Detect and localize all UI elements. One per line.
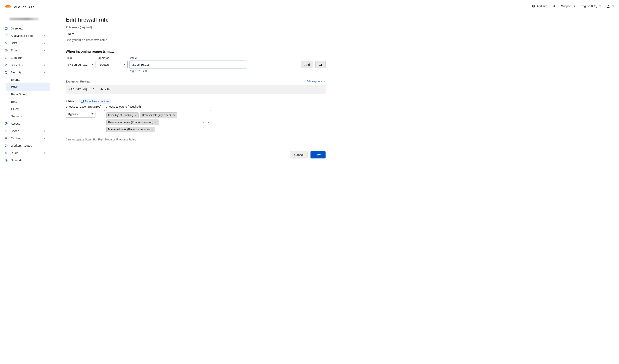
sidebar-item-label: Events [11,78,20,81]
action-select[interactable]: Bypass [66,110,96,118]
chevron-down-icon: ▼ [43,42,46,44]
sidebar: ← Overview Analytics & Logs▼ DNS▼ Email▼… [0,12,50,364]
logo-text: CLOUDFLARE [14,6,35,9]
support-menu[interactable]: Support [561,4,576,8]
sidebar-item-label: Security [11,71,21,74]
chevron-down-icon: ▼ [43,64,46,66]
sidebar-item-label: Page Shield [11,93,27,96]
about-actions-label: About firewall actions [85,100,109,103]
about-actions-link[interactable]: About firewall actions [79,99,111,104]
back-button[interactable]: ← [2,17,6,21]
email-icon [4,49,8,52]
svg-rect-14 [5,137,7,138]
sidebar-item-workers[interactable]: Workers Routes [0,142,50,149]
spectrum-icon [4,56,8,59]
sidebar-item-security[interactable]: Security▼ [0,69,50,76]
sidebar-item-label: Spectrum [11,56,23,59]
remove-tag-icon[interactable]: ✕ [173,114,175,117]
svg-point-13 [6,123,7,124]
save-button[interactable]: Save [310,151,325,159]
dns-icon [4,41,8,45]
sidebar-sub-bots[interactable]: Bots [0,98,50,105]
sidebar-item-label: Network [11,159,22,162]
add-site-button[interactable]: Add site [532,4,547,8]
svg-point-18 [6,153,6,154]
sidebar-item-label: WAF [11,85,18,89]
network-icon [4,159,8,162]
operator-label: Operator [98,56,127,60]
match-section-title: When incoming requests match... [66,50,325,54]
feature-multiselect[interactable]: User Agent Blocking✕ Browser Integrity C… [104,110,211,134]
site-name-redacted [10,18,39,20]
sidebar-item-spectrum[interactable]: Spectrum [0,54,50,61]
svg-rect-15 [5,138,7,139]
chevron-down-icon[interactable] [207,122,209,123]
sidebar-item-label: Analytics & Logs [11,34,33,37]
sidebar-item-rules[interactable]: Rules▼ [0,149,50,157]
sidebar-item-label: DNS [11,41,17,45]
account-menu[interactable] [606,4,614,8]
feature-tag-label: Managed rules (Previous version) [108,128,150,131]
rule-name-label: Rule name (required) [66,26,325,29]
value-input[interactable] [130,61,246,68]
svg-point-17 [6,152,7,153]
chevron-down-icon [599,6,601,7]
remove-tag-icon[interactable]: ✕ [151,128,153,131]
main-content: Edit firewall rule Rule name (required) … [50,12,334,364]
sidebar-sub-settings[interactable]: Settings [0,113,50,120]
divider [66,45,325,45]
sidebar-item-caching[interactable]: Caching▼ [0,135,50,142]
choose-action-label: Choose an action (Required) [66,105,104,108]
clear-all-icon[interactable]: ✕ [202,121,205,124]
rule-name-input[interactable] [66,30,133,37]
sidebar-item-dns[interactable]: DNS▼ [0,39,50,47]
language-menu[interactable]: English (US) [581,4,601,8]
search-button[interactable] [552,4,556,8]
sidebar-item-overview[interactable]: Overview [0,25,50,32]
sidebar-item-label: Settings [11,115,22,118]
edit-expression-link[interactable]: Edit expression [307,80,325,83]
expression-header: Expression Preview Edit expression [66,80,325,83]
sidebar-item-access[interactable]: Access [0,120,50,127]
action-row: Bypass User Agent Blocking✕ Browser Inte… [66,110,325,134]
sidebar-item-speed[interactable]: Speed▼ [0,127,50,135]
remove-tag-icon[interactable]: ✕ [155,121,157,124]
sidebar-sub-ddos[interactable]: DDoS [0,105,50,113]
condition-row: Field IP Source Ad... Operator equals Va… [66,56,325,73]
sidebar-item-label: Email [11,49,18,52]
feature-tag: Browser Integrity Check✕ [140,112,177,118]
add-site-label: Add site [536,4,547,8]
cloud-icon [5,4,14,9]
sidebar-sub-pageshield[interactable]: Page Shield [0,91,50,98]
feature-tag: Rate limiting rules (Previous version)✕ [106,120,159,125]
svg-point-12 [5,122,7,125]
chevron-down-icon [574,6,576,7]
logo[interactable]: CLOUDFLARE [5,4,35,9]
chevron-down-icon: ▼ [43,130,46,132]
breadcrumb: ← [0,15,50,24]
sidebar-item-analytics[interactable]: Analytics & Logs▼ [0,32,50,39]
field-select[interactable]: IP Source Ad... [66,61,96,68]
then-title: Then... [66,99,77,103]
chevron-up-icon: ▼ [43,71,46,74]
or-button[interactable]: Or [315,61,325,68]
doc-icon [81,100,84,103]
operator-select[interactable]: equals [98,61,127,68]
chevron-down-icon: ▼ [43,35,46,37]
sidebar-item-email[interactable]: Email▼ [0,47,50,54]
sidebar-sub-events[interactable]: Events [0,76,50,83]
feature-tag-label: Rate limiting rules (Previous version) [108,121,153,124]
sidebar-item-ssl[interactable]: SSL/TLS▼ [0,61,50,69]
feature-tag-label: User Agent Blocking [108,114,133,117]
sidebar-sub-waf[interactable]: WAF [6,83,50,91]
chevron-down-icon: ▼ [43,49,46,52]
sidebar-item-label: Overview [11,27,23,30]
remove-tag-icon[interactable]: ✕ [135,114,137,117]
and-button[interactable]: And [301,61,313,68]
top-header: CLOUDFLARE Add site Support English (US) [0,0,619,12]
sidebar-item-network[interactable]: Network [0,157,50,164]
rules-icon [4,151,8,154]
analytics-icon [4,34,8,37]
cancel-button[interactable]: Cancel [290,151,308,159]
sidebar-item-label: Workers Routes [11,144,32,147]
